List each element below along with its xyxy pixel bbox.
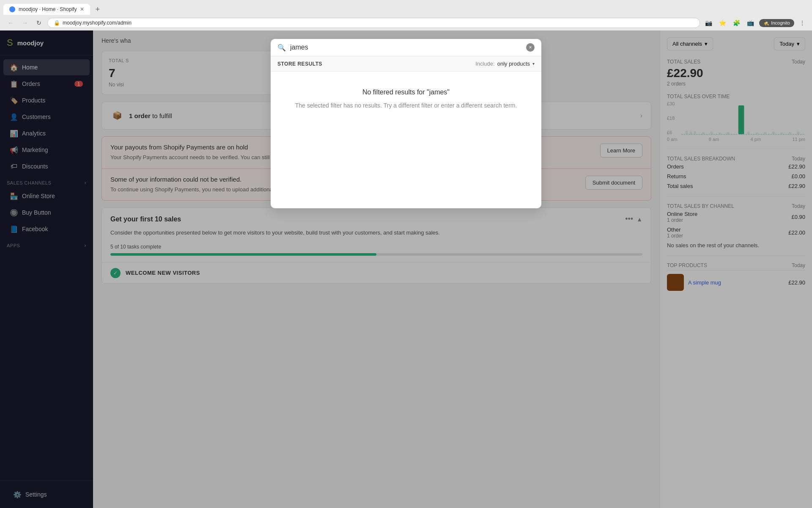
search-dropdown: 🔍 × STORE RESULTS Include: only products… xyxy=(271,39,541,208)
url-text: moodjoy.myshopify.com/admin xyxy=(63,20,132,26)
refresh-button[interactable]: ↻ xyxy=(34,18,44,28)
incognito-icon: 🕵️ xyxy=(763,20,769,26)
browser-toolbar: ← → ↻ 🔒 moodjoy.myshopify.com/admin 📷 ⭐ … xyxy=(0,15,812,30)
bookmark-icon[interactable]: ⭐ xyxy=(717,18,728,28)
back-button[interactable]: ← xyxy=(5,18,16,28)
new-tab-button[interactable]: + xyxy=(92,3,103,16)
search-clear-button[interactable]: × xyxy=(526,43,535,52)
include-value: only products xyxy=(497,61,530,67)
cast-icon[interactable]: 📺 xyxy=(745,18,756,28)
no-results-desc: The selected filter has no results. Try … xyxy=(279,101,533,110)
lock-icon: 🔒 xyxy=(54,20,60,26)
menu-icon[interactable]: ⋮ xyxy=(798,18,807,28)
tab-close-btn[interactable]: ✕ xyxy=(80,6,84,12)
tab-title: moodjoy · Home · Shopify xyxy=(19,6,77,12)
include-dropdown-arrow: ▾ xyxy=(532,61,535,66)
active-browser-tab[interactable]: moodjoy · Home · Shopify ✕ xyxy=(3,4,90,15)
browser-tabs-row: moodjoy · Home · Shopify ✕ + xyxy=(0,0,812,15)
incognito-badge: 🕵️ Incognito xyxy=(759,19,794,27)
search-no-results: No filtered results for "james" The sele… xyxy=(271,72,541,127)
browser-action-buttons: 📷 ⭐ 🧩 📺 🕵️ Incognito ⋮ xyxy=(703,18,807,28)
tab-favicon xyxy=(9,6,15,12)
incognito-label: Incognito xyxy=(771,20,790,25)
extension-icon[interactable]: 🧩 xyxy=(731,18,742,28)
screenshot-icon[interactable]: 📷 xyxy=(703,18,714,28)
search-input[interactable] xyxy=(290,44,522,51)
search-overlay[interactable]: 🔍 × STORE RESULTS Include: only products… xyxy=(0,30,812,508)
search-filter-row: STORE RESULTS Include: only products ▾ xyxy=(271,56,541,72)
forward-button[interactable]: → xyxy=(19,18,30,28)
include-label: Include: xyxy=(475,61,495,67)
browser-chrome: moodjoy · Home · Shopify ✕ + ← → ↻ 🔒 moo… xyxy=(0,0,812,30)
include-filter[interactable]: Include: only products ▾ xyxy=(475,61,535,67)
address-bar[interactable]: 🔒 moodjoy.myshopify.com/admin xyxy=(47,18,700,28)
search-icon: 🔍 xyxy=(277,44,286,52)
no-results-title: No filtered results for "james" xyxy=(279,88,533,96)
search-input-row: 🔍 × xyxy=(271,39,541,56)
store-results-label: STORE RESULTS xyxy=(277,61,322,67)
